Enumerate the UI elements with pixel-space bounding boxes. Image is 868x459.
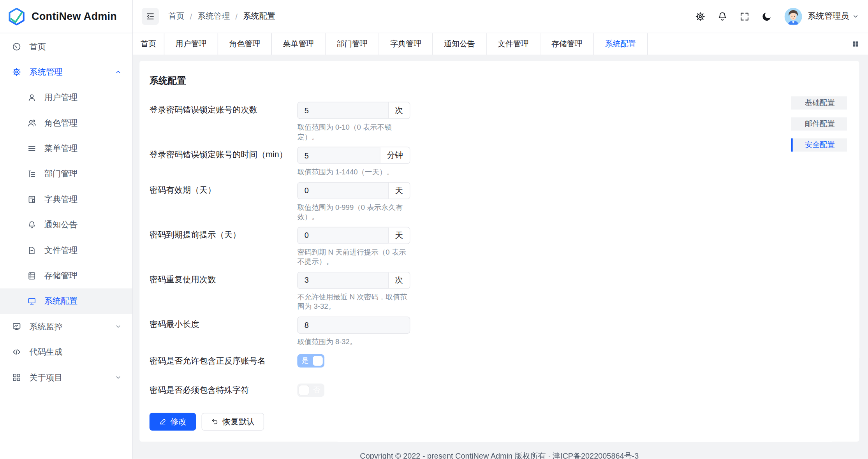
input-value: 5 — [298, 102, 388, 118]
form-field-password-expiration-warning-days: 密码到期提前提示（天）0天密码到期 N 天前进行提示（0 表示不提示）。 — [150, 227, 849, 266]
sidebar-item-about-project[interactable]: 关于项目 — [0, 365, 132, 390]
sidebar-subitem-dict-management[interactable]: 字典管理 — [0, 186, 132, 212]
sidebar-item-code-generation[interactable]: 代码生成 — [0, 339, 132, 364]
input-unit: 分钟 — [380, 147, 410, 163]
tab-file-management[interactable]: 文件管理 — [487, 33, 541, 55]
sidebar-subitem-user-management[interactable]: 用户管理 — [0, 84, 132, 110]
page-title: 系统配置 — [150, 75, 849, 87]
input-value: 0 — [298, 227, 388, 243]
fullscreen-button[interactable] — [735, 7, 754, 25]
field-hint: 取值范围为 0-999（0 表示永久有效）。 — [297, 202, 412, 222]
tab-storage-management[interactable]: 存储管理 — [540, 33, 594, 55]
switch-knob — [299, 385, 309, 395]
tabbar: 首页用户管理角色管理菜单管理部门管理字典管理通知公告文件管理存储管理系统配置 — [133, 33, 868, 55]
sidebar-collapse-button[interactable] — [142, 8, 159, 25]
grid-filled-icon — [851, 40, 859, 48]
switch-state-text: 是 — [302, 356, 309, 366]
sidebar-item-home[interactable]: 首页 — [0, 34, 132, 59]
monitor-icon — [27, 296, 37, 306]
sidebar-subitem-menu-management[interactable]: 菜单管理 — [0, 135, 132, 161]
input-value: 0 — [298, 182, 388, 198]
settings-button[interactable] — [691, 7, 709, 25]
field-label: 密码是否允许包含正反序账号名 — [150, 355, 298, 366]
storage-icon — [27, 271, 37, 280]
input-password-expiration-warning-days[interactable]: 0天 — [297, 227, 410, 244]
input-password-expiration-days[interactable]: 0天 — [297, 182, 410, 199]
input-value: 3 — [298, 272, 388, 288]
tab-notice[interactable]: 通知公告 — [433, 33, 487, 55]
config-card: 系统配置 登录密码错误锁定账号的次数5次取值范围为 0-10（0 表示不锁定）。… — [139, 61, 859, 441]
form-field-password-require-special-char: 密码是否必须包含特殊字符否 — [150, 383, 849, 397]
field-hint: 取值范围为 1-1440（一天）。 — [297, 167, 412, 177]
input-unit: 次 — [388, 102, 410, 118]
chevron-up-icon — [114, 69, 121, 76]
sidebar-subitem-dept-management[interactable]: 部门管理 — [0, 161, 132, 186]
sidebar-subitem-label: 存储管理 — [44, 270, 77, 281]
moon-icon — [761, 11, 772, 22]
input-login-lock-minutes[interactable]: 5分钟 — [297, 147, 410, 164]
sidebar-subitem-notice[interactable]: 通知公告 — [0, 212, 132, 237]
tab-menu-management[interactable]: 菜单管理 — [272, 33, 326, 55]
form-field-password-min-length: 密码最小长度8取值范围为 8-32。 — [150, 316, 849, 346]
tab-user-management[interactable]: 用户管理 — [164, 33, 218, 55]
tab-role-management[interactable]: 角色管理 — [218, 33, 272, 55]
input-password-repetition-times[interactable]: 3次 — [297, 271, 410, 288]
anchor-item-basic-config[interactable]: 基础配置 — [791, 96, 847, 109]
input-unit: 天 — [388, 182, 410, 198]
tab-dict-management[interactable]: 字典管理 — [379, 33, 433, 55]
sidebar-subitem-role-management[interactable]: 角色管理 — [0, 110, 132, 135]
sidebar-item-label: 关于项目 — [29, 372, 62, 383]
switch-password-allow-contain-username[interactable]: 是 — [297, 354, 324, 368]
tab-system-config[interactable]: 系统配置 — [594, 33, 648, 55]
sidebar-subitem-storage-management[interactable]: 存储管理 — [0, 263, 132, 288]
field-label: 密码重复使用次数 — [150, 271, 298, 311]
notifications-button[interactable] — [713, 7, 731, 25]
breadcrumb-item-home[interactable]: 首页 — [168, 11, 184, 21]
avatar[interactable] — [784, 7, 802, 25]
menu-fold-icon — [146, 12, 155, 21]
input-unit: 天 — [388, 227, 410, 243]
topbar-actions: 系统管理员 — [687, 7, 859, 25]
breadcrumb-item-system-management[interactable]: 系统管理 — [198, 11, 230, 21]
sidebar-item-label: 代码生成 — [29, 347, 62, 357]
sidebar-subitem-file-management[interactable]: 文件管理 — [0, 237, 132, 263]
sidebar-item-label: 系统管理 — [29, 67, 62, 77]
reset-default-button[interactable]: 恢复默认 — [201, 413, 264, 430]
form-field-login-lock-minutes: 登录密码错误锁定账号的时间（min）5分钟取值范围为 1-1440（一天）。 — [150, 147, 849, 177]
field-hint: 不允许使用最近 N 次密码，取值范围为 3-32。 — [297, 292, 412, 311]
switch-knob — [313, 356, 323, 366]
input-password-min-length[interactable]: 8 — [297, 316, 410, 333]
sidebar-subitem-label: 文件管理 — [44, 245, 77, 255]
app-title: ContiNew Admin — [32, 10, 117, 22]
dict-icon — [27, 195, 37, 204]
chevron-down-icon — [114, 323, 121, 330]
sidebar: ContiNew Admin 首页系统管理用户管理角色管理菜单管理部门管理字典管… — [0, 0, 133, 459]
sidebar-item-system-monitor[interactable]: 系统监控 — [0, 314, 132, 339]
save-button[interactable]: 修改 — [150, 413, 196, 430]
sidebar-item-label: 系统监控 — [29, 321, 62, 332]
tab-list-button[interactable] — [843, 33, 868, 55]
field-label: 密码有效期（天） — [150, 182, 298, 222]
users-icon — [27, 118, 37, 128]
user-name: 系统管理员 — [808, 11, 849, 21]
dark-mode-button[interactable] — [757, 7, 776, 25]
breadcrumb-separator: / — [190, 12, 192, 21]
footer: Copyright © 2022 - present ContiNew Admi… — [139, 441, 859, 459]
gear-icon — [694, 11, 705, 22]
content-area: 系统配置 登录密码错误锁定账号的次数5次取值范围为 0-10（0 表示不锁定）。… — [133, 55, 868, 459]
anchor-item-mail-config[interactable]: 邮件配置 — [791, 117, 847, 130]
input-value: 8 — [298, 317, 410, 333]
undo-icon — [211, 418, 219, 426]
sidebar-item-system-management[interactable]: 系统管理 — [0, 59, 132, 84]
field-hint: 取值范围为 8-32。 — [297, 337, 412, 346]
logo[interactable]: ContiNew Admin — [0, 0, 132, 33]
switch-password-require-special-char[interactable]: 否 — [297, 383, 324, 397]
logo-icon — [7, 7, 26, 26]
sidebar-item-label: 首页 — [29, 41, 46, 52]
tab-home[interactable]: 首页 — [133, 33, 164, 55]
user-menu[interactable]: 系统管理员 — [808, 11, 859, 21]
tab-dept-management[interactable]: 部门管理 — [326, 33, 379, 55]
input-login-lock-count[interactable]: 5次 — [297, 102, 410, 119]
anchor-item-security-config[interactable]: 安全配置 — [791, 138, 847, 151]
sidebar-subitem-system-config[interactable]: 系统配置 — [0, 288, 132, 314]
